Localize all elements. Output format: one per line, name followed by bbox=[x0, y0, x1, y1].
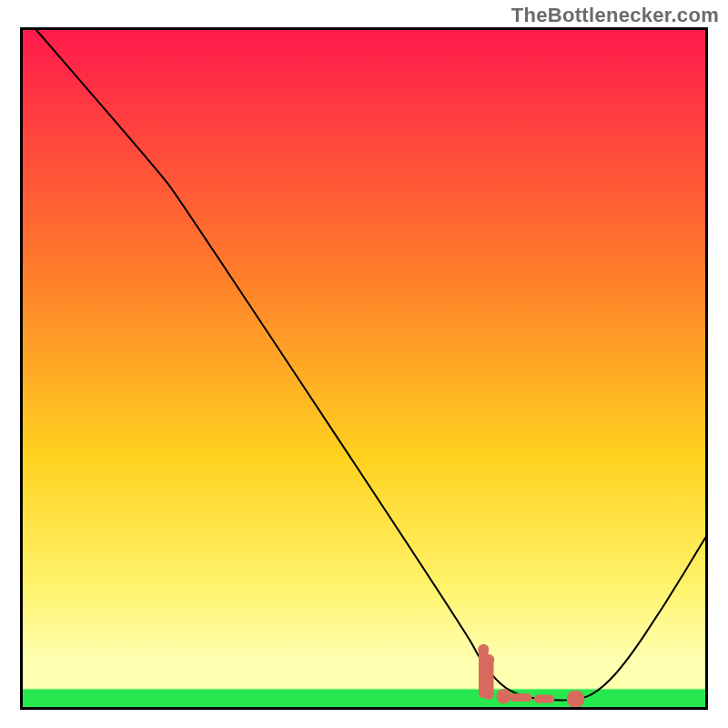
plot-svg bbox=[23, 30, 705, 707]
chart-frame: TheBottlenecker.com bbox=[0, 0, 728, 728]
plot-area bbox=[20, 27, 708, 710]
marker-dot bbox=[497, 689, 512, 703]
marker-tick-cap bbox=[478, 644, 489, 655]
marker-dot bbox=[567, 690, 584, 707]
attribution-text: TheBottlenecker.com bbox=[511, 4, 719, 27]
marker-tick-cap bbox=[483, 654, 494, 665]
